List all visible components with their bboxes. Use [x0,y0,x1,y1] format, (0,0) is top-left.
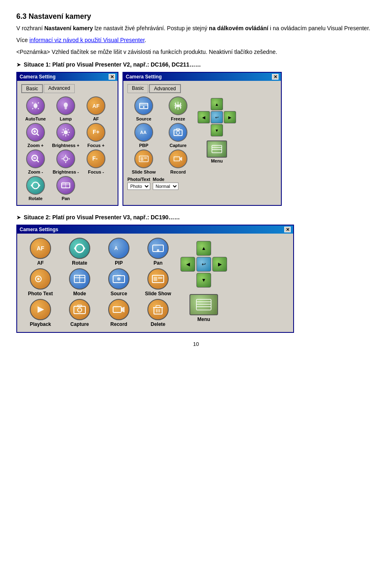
photo-select[interactable]: PhotoTextGray [127,183,150,190]
dialog2-right: ▲ ◀ ↩ ▶ ▼ [198,96,236,190]
btn-source: Source [127,96,160,121]
svg-marker-43 [180,157,182,161]
dialog-advanced: Camera Setting ✕ Basic Advanced [122,72,282,206]
nav-arrows-2: ▲ ◀ ↩ ▶ ▼ [198,98,236,136]
pbp-label: PBP [139,143,149,148]
btn-freeze: Freeze [162,96,194,121]
note-paragraph: <Poznámka> Vzhled tlačítek se může lišit… [16,48,376,56]
af-button[interactable]: AF [87,96,105,115]
more-info-link[interactable]: informací viz návod k použití Visual Pre… [29,37,145,43]
freeze-label: Freeze [171,116,185,121]
capture-button[interactable] [169,123,187,142]
lamp-button[interactable] [56,96,75,115]
v3-btn-record: Record [100,299,137,327]
svg-rect-61 [154,277,157,281]
dialog1-tab-advanced[interactable]: Advanced [44,84,74,93]
autotune-button[interactable] [26,96,45,115]
v3-pip-button[interactable]: A [108,238,129,259]
v3-delete-button[interactable] [147,299,169,320]
menu-button[interactable] [207,140,227,158]
v3-record-button[interactable] [108,299,129,320]
v3-btn-pan: Pan [140,238,176,266]
v3-slideshow-button[interactable] [147,268,169,290]
focus-plus-button[interactable]: F+ [87,123,105,142]
svg-marker-48 [74,246,76,250]
dialog2-tabs: Basic Advanced [127,84,277,93]
brightness-plus-label: Brightness + [52,143,80,148]
dialog1-tab-basic[interactable]: Basic [21,84,43,93]
v3-nav-right[interactable]: ▶ [212,257,227,272]
dialog-v3: Camera Settings ✕ AF AF [16,225,294,333]
dialog3-row1: AF AF Rotate [22,238,176,266]
menu-label: Menu [211,158,223,163]
btn-brightness-minus: Brightness - [51,149,80,174]
svg-rect-62 [158,277,163,279]
nav-right[interactable]: ▶ [224,111,236,123]
mode-select[interactable]: NormalAutoManual [153,183,178,190]
v3-af-button[interactable]: AF [30,238,51,259]
v3-phototext-button[interactable] [30,268,51,290]
pbp-button[interactable]: AA [134,123,153,142]
slideshow-button[interactable] [134,149,153,168]
rotate-button[interactable] [26,176,45,195]
zoom-minus-button[interactable] [26,149,45,168]
nav-up[interactable]: ▲ [211,98,223,110]
source-button[interactable] [134,96,153,115]
nav-down[interactable]: ▼ [211,124,223,136]
zoom-minus-label: Zoom - [28,169,43,174]
record-button[interactable] [169,149,187,168]
dialog2-tab-advanced[interactable]: Advanced [149,84,180,93]
v3-nav-up[interactable]: ▲ [196,241,211,256]
v3-pan-button[interactable] [147,238,169,259]
btn-record: Record [162,149,194,174]
v3-mode-label: Mode [73,291,86,296]
focus-minus-button[interactable]: F- [87,149,105,168]
v3-delete-label: Delete [151,321,165,327]
svg-rect-37 [174,130,182,136]
v3-capture-button[interactable] [69,299,90,320]
dialog2-content: Basic Advanced [123,81,281,194]
dialog1-content: Basic Advanced AutoTune [17,81,118,205]
svg-point-53 [37,278,40,280]
svg-point-38 [176,131,180,134]
svg-point-0 [33,104,38,108]
v3-mode-button[interactable] [69,268,90,290]
dialog3-rows: AF AF Rotate [22,238,176,327]
zoom-plus-button[interactable] [26,123,45,142]
svg-rect-32 [140,103,148,109]
svg-point-58 [117,277,120,281]
freeze-button[interactable] [169,96,187,115]
svg-marker-63 [38,306,44,313]
brightness-minus-button[interactable] [56,149,75,168]
svg-rect-59 [117,275,121,276]
v3-playback-label: Playback [30,321,51,327]
svg-point-34 [143,106,145,108]
lamp-label: Lamp [60,116,71,121]
svg-rect-3 [65,109,67,109]
v3-nav-empty-tl [180,241,195,256]
v3-nav-left[interactable]: ◀ [180,257,195,272]
pan-button[interactable] [56,176,75,195]
v3-nav-enter[interactable]: ↩ [196,257,211,272]
section-heading: 6.3 Nastavení kamery [16,12,376,21]
svg-rect-64 [74,306,85,314]
svg-rect-71 [156,305,160,308]
v3-nav-empty-tr [212,241,227,256]
v3-source-button[interactable] [108,268,129,290]
dialog3-row3: Playback Capture [22,299,176,327]
nav-left[interactable]: ◀ [198,111,210,123]
brightness-plus-button[interactable] [56,123,75,142]
record-label: Record [170,169,186,174]
v3-playback-button[interactable] [30,299,51,320]
v3-rotate-button[interactable] [69,238,90,259]
dialog1-close[interactable]: ✕ [109,74,115,80]
v3-btn-playback: Playback [22,299,59,327]
svg-text:A: A [114,245,118,251]
v3-nav-down[interactable]: ▼ [196,273,211,288]
btn-slideshow: Slide Show [127,149,160,174]
nav-enter[interactable]: ↩ [211,111,223,123]
v3-menu-button[interactable] [189,294,218,315]
dialog2-tab-basic[interactable]: Basic [127,84,148,93]
dialog3-close[interactable]: ✕ [284,227,291,232]
dialog2-close[interactable]: ✕ [272,74,278,80]
